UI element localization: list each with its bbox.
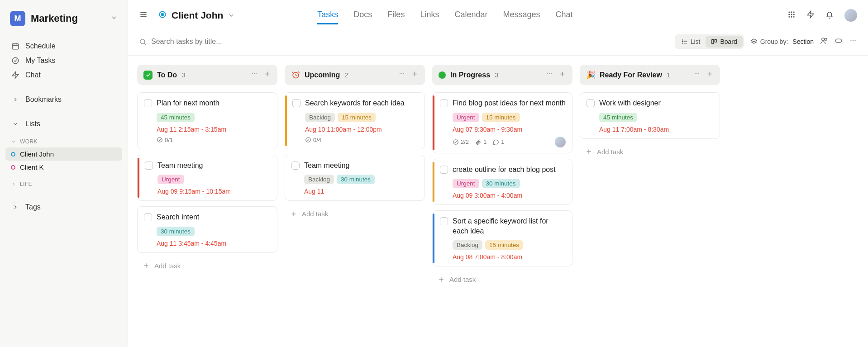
tab-calendar[interactable]: Calendar (454, 6, 487, 24)
task-title: Search keywords for each idea (305, 98, 405, 108)
svg-point-32 (822, 38, 825, 41)
task-checkbox[interactable] (440, 166, 448, 174)
attachment-count: 1 (475, 138, 486, 145)
task-checkbox[interactable] (291, 162, 300, 170)
project-title[interactable]: Client John (158, 10, 235, 21)
task-date: Aug 11 (304, 188, 418, 195)
task-checkbox[interactable] (440, 217, 448, 225)
add-task-button[interactable]: Add task (137, 258, 277, 273)
menu-icon[interactable] (139, 10, 148, 21)
add-icon[interactable] (411, 70, 419, 80)
apps-icon[interactable] (787, 10, 796, 20)
svg-point-52 (401, 73, 402, 74)
task-checkbox[interactable] (144, 213, 152, 221)
group-name: WORK (20, 138, 38, 145)
subtask-count: 0/4 (305, 137, 321, 143)
tag-icon[interactable] (835, 37, 843, 47)
task-title: Search intent (157, 212, 199, 222)
add-icon[interactable] (706, 70, 714, 80)
add-icon[interactable] (263, 70, 271, 80)
tab-tasks[interactable]: Tasks (317, 6, 338, 24)
list-client-k[interactable]: Client K (5, 161, 122, 174)
more-icon[interactable] (546, 70, 553, 80)
task-card[interactable]: Team meeting Urgent Aug 09 9:15am - 10:1… (137, 155, 277, 201)
nav-chat[interactable]: Chat (5, 68, 122, 82)
groupby-button[interactable]: Group by: Section (750, 38, 814, 45)
chevron-down-icon (110, 14, 118, 23)
column-count: 1 (667, 71, 670, 79)
tab-files[interactable]: Files (387, 6, 405, 24)
view-board-button[interactable]: Board (706, 36, 742, 48)
tab-links[interactable]: Links (420, 6, 439, 24)
assignee-avatar[interactable] (555, 137, 566, 147)
task-card[interactable]: Work with designer 45 minutes Aug 11 7:0… (580, 92, 720, 139)
more-icon[interactable] (693, 70, 701, 80)
task-card[interactable]: Sort a specific keyword list for each id… (432, 210, 572, 266)
topbar: Client John Tasks Docs Files Links Calen… (128, 0, 868, 31)
task-card[interactable]: Team meeting Backlog30 minutes Aug 11 (285, 155, 425, 201)
column: Upcoming 2 Search keywords for each idea… (285, 65, 425, 221)
tab-docs[interactable]: Docs (353, 6, 372, 24)
search-input[interactable] (151, 38, 287, 46)
dot-icon (439, 71, 446, 79)
chip: Backlog (453, 240, 482, 250)
task-card[interactable]: create outline for each blog post Urgent… (432, 159, 572, 205)
svg-line-50 (298, 71, 299, 72)
bolt-icon[interactable] (806, 10, 815, 20)
task-title: Team meeting (304, 161, 350, 171)
people-icon[interactable] (820, 37, 828, 47)
svg-point-28 (682, 43, 682, 43)
column: In Progress 3 Find blog post ideas for n… (432, 65, 572, 287)
more-icon[interactable] (849, 37, 857, 47)
task-card[interactable]: Search intent 30 minutes Aug 11 3:45am -… (137, 206, 277, 253)
list-client-john[interactable]: Client John (5, 147, 122, 161)
svg-point-59 (547, 73, 548, 74)
nav-my-tasks[interactable]: My Tasks (5, 53, 122, 68)
add-task-button[interactable]: Add task (432, 272, 572, 287)
svg-point-38 (252, 73, 253, 74)
chip: Urgent (453, 113, 479, 122)
list-color-icon (11, 165, 15, 170)
nav-label: Schedule (25, 42, 56, 50)
lists-heading[interactable]: Lists (5, 117, 122, 131)
task-card[interactable]: Search keywords for each idea Backlog15 … (285, 92, 425, 149)
column-title: To Do (157, 71, 177, 79)
task-checkbox[interactable] (292, 99, 300, 107)
chip: 45 minutes (157, 113, 195, 122)
nav-schedule[interactable]: Schedule (5, 39, 122, 53)
tab-messages[interactable]: Messages (503, 6, 540, 24)
task-checkbox[interactable] (587, 99, 595, 107)
column-title: Upcoming (305, 71, 340, 79)
svg-point-33 (825, 38, 827, 41)
task-checkbox[interactable] (145, 162, 153, 170)
tags-heading[interactable]: Tags (5, 200, 122, 214)
task-checkbox[interactable] (144, 99, 152, 107)
list-color-icon (11, 152, 15, 157)
tab-chat[interactable]: Chat (556, 6, 573, 24)
add-task-button[interactable]: Add task (285, 206, 425, 221)
check-square-icon (143, 71, 153, 80)
groupby-value: Section (792, 38, 814, 45)
chip: 15 minutes (485, 240, 523, 250)
task-title: Find blog post ideas for next month (453, 98, 566, 108)
user-avatar[interactable] (844, 9, 857, 22)
task-card[interactable]: Find blog post ideas for next month Urge… (432, 92, 572, 153)
list-group-work[interactable]: WORK (5, 136, 122, 147)
svg-point-67 (695, 73, 696, 74)
svg-point-60 (549, 73, 550, 74)
add-task-button[interactable]: Add task (580, 144, 720, 159)
chevron-down-icon (228, 12, 235, 19)
more-icon[interactable] (251, 70, 258, 80)
task-checkbox[interactable] (440, 99, 448, 107)
more-icon[interactable] (398, 70, 405, 80)
add-icon[interactable] (558, 70, 566, 80)
svg-point-56 (306, 138, 311, 143)
task-card[interactable]: Plan for next month 45 minutes Aug 11 2:… (137, 92, 277, 149)
view-list-button[interactable]: List (676, 36, 706, 48)
bookmarks-heading[interactable]: Bookmarks (5, 92, 122, 107)
workspace-switcher[interactable]: M Marketing (5, 8, 122, 29)
svg-point-68 (696, 73, 697, 74)
bell-icon[interactable] (825, 10, 834, 20)
svg-point-37 (854, 40, 855, 41)
list-group-life[interactable]: LIFE (5, 178, 122, 190)
